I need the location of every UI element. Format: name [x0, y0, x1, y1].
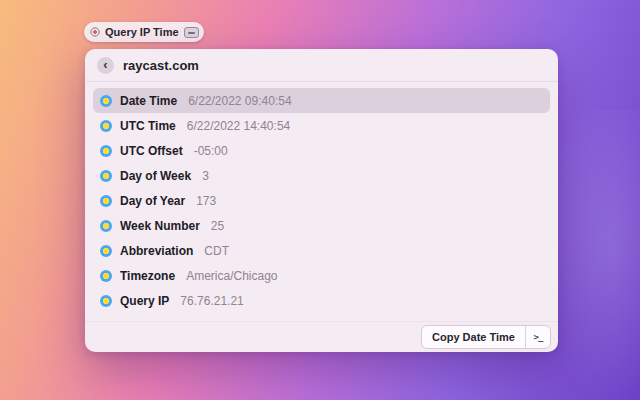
list-item-value: -05:00	[194, 144, 228, 158]
list-item[interactable]: Date Time 6/22/2022 09:40:54	[93, 88, 550, 113]
result-list: Date Time 6/22/2022 09:40:54 UTC Time 6/…	[85, 82, 558, 321]
list-item-value: 76.76.21.21	[180, 294, 243, 308]
query-title: raycast.com	[123, 58, 199, 73]
globe-sun-icon	[100, 245, 112, 257]
list-item-value: America/Chicago	[186, 269, 277, 283]
hotkey-icon	[184, 27, 199, 38]
list-item[interactable]: Timezone America/Chicago	[93, 263, 550, 288]
list-item[interactable]: Week Number 25	[93, 213, 550, 238]
list-item-value: CDT	[204, 244, 229, 258]
list-item-label: UTC Time	[120, 119, 176, 133]
list-item-label: Timezone	[120, 269, 175, 283]
action-bar: Copy Date Time >_	[85, 321, 558, 352]
copy-date-time-button[interactable]: Copy Date Time	[422, 326, 525, 348]
list-item-label: UTC Offset	[120, 144, 183, 158]
list-item[interactable]: Query IP 76.76.21.21	[93, 288, 550, 313]
globe-sun-icon	[100, 170, 112, 182]
command-tooltip-pill[interactable]: Query IP Time	[84, 22, 204, 42]
list-item-label: Day of Week	[120, 169, 191, 183]
list-item-label: Abbreviation	[120, 244, 193, 258]
globe-sun-icon	[100, 120, 112, 132]
list-item-label: Query IP	[120, 294, 169, 308]
list-item-value: 6/22/2022 14:40:54	[187, 119, 290, 133]
raycast-window: ‹ raycast.com Date Time 6/22/2022 09:40:…	[85, 49, 558, 352]
list-item-label: Date Time	[120, 94, 177, 108]
globe-sun-icon	[100, 270, 112, 282]
list-item[interactable]: Day of Year 173	[93, 188, 550, 213]
list-item-value: 6/22/2022 09:40:54	[188, 94, 291, 108]
globe-sun-icon	[100, 145, 112, 157]
list-item-label: Week Number	[120, 219, 200, 233]
action-button-group: Copy Date Time >_	[421, 325, 551, 349]
list-item-value: 173	[196, 194, 216, 208]
list-item[interactable]: Day of Week 3	[93, 163, 550, 188]
list-item-label: Day of Year	[120, 194, 185, 208]
globe-sun-icon	[100, 220, 112, 232]
terminal-icon[interactable]: >_	[526, 326, 550, 348]
list-item[interactable]: UTC Offset -05:00	[93, 138, 550, 163]
script-record-icon	[90, 27, 100, 37]
back-button[interactable]: ‹	[97, 57, 114, 74]
window-header: ‹ raycast.com	[85, 49, 558, 82]
chevron-left-icon: ‹	[103, 58, 107, 71]
list-item-value: 3	[202, 169, 209, 183]
globe-sun-icon	[100, 295, 112, 307]
list-item[interactable]: Abbreviation CDT	[93, 238, 550, 263]
list-item-value: 25	[211, 219, 224, 233]
command-tooltip-label: Query IP Time	[105, 26, 179, 38]
globe-sun-icon	[100, 95, 112, 107]
list-item[interactable]: UTC Time 6/22/2022 14:40:54	[93, 113, 550, 138]
globe-sun-icon	[100, 195, 112, 207]
